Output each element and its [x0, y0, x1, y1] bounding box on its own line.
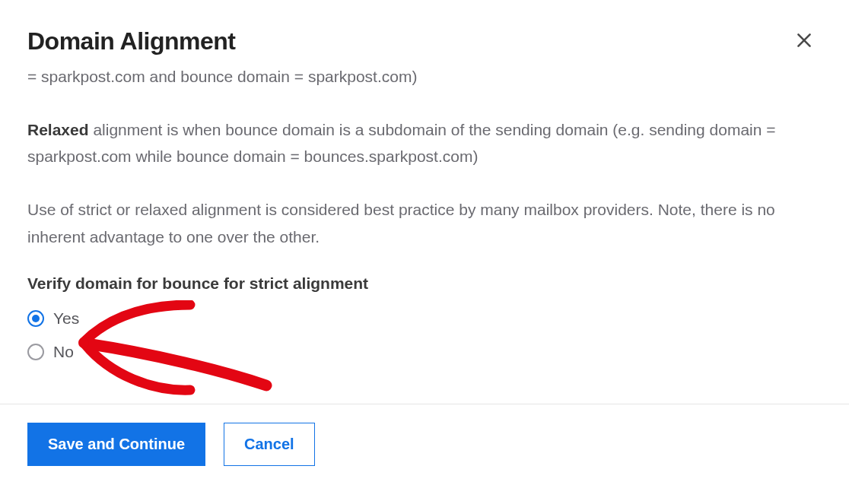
- radio-option-yes[interactable]: Yes: [27, 305, 79, 332]
- dialog-body: = sparkpost.com and bounce domain = spar…: [0, 63, 849, 404]
- radio-label-no: No: [53, 338, 74, 366]
- save-continue-button[interactable]: Save and Continue: [27, 423, 205, 466]
- radio-label-yes: Yes: [53, 305, 79, 332]
- verify-radio-group: Yes No: [27, 305, 822, 365]
- relaxed-text: alignment is when bounce domain is a sub…: [27, 121, 776, 166]
- radio-option-no[interactable]: No: [27, 338, 74, 366]
- relaxed-label: Relaxed: [27, 121, 89, 138]
- close-icon: [794, 30, 814, 50]
- cancel-button[interactable]: Cancel: [224, 423, 315, 466]
- verify-question: Verify domain for bounce for strict alig…: [27, 270, 822, 297]
- paragraph-relaxed: Relaxed alignment is when bounce domain …: [27, 116, 822, 170]
- dialog-title: Domain Alignment: [27, 27, 235, 55]
- radio-unselected-icon: [27, 344, 44, 360]
- domain-alignment-dialog: Domain Alignment = sparkpost.com and bou…: [0, 0, 849, 504]
- paragraph-strict: = sparkpost.com and bounce domain = spar…: [27, 63, 822, 90]
- dialog-header: Domain Alignment: [0, 0, 849, 63]
- dialog-footer: Save and Continue Cancel: [0, 404, 849, 484]
- radio-selected-icon: [27, 310, 44, 327]
- close-button[interactable]: [790, 26, 819, 55]
- paragraph-note: Use of strict or relaxed alignment is co…: [27, 196, 822, 250]
